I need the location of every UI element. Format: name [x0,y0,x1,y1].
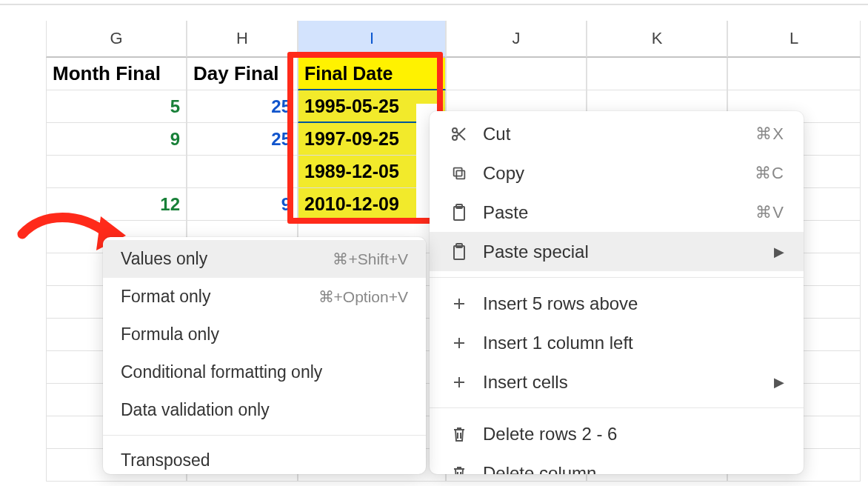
submenu-label: Values only [121,249,333,269]
header-cell-month-final[interactable]: Month Final [46,58,187,90]
cell-day[interactable]: 25 [187,90,298,123]
trash-icon [449,465,470,475]
column-header-i[interactable]: I [298,21,446,58]
menu-label: Cut [483,124,742,144]
plus-icon [449,375,470,390]
menu-item-paste[interactable]: Paste ⌘V [430,193,804,232]
column-header-g[interactable]: G [46,21,187,58]
clipboard-icon [449,204,470,222]
menu-divider [430,407,804,408]
submenu-label: Conditional formatting only [121,362,408,382]
cell-day[interactable]: 25 [187,123,298,156]
svg-rect-3 [454,167,462,176]
cell-empty[interactable] [446,58,587,90]
menu-item-delete-rows[interactable]: Delete rows 2 - 6 [430,414,804,453]
cell-month[interactable] [46,156,187,188]
menu-item-copy[interactable]: Copy ⌘C [430,153,804,193]
paste-special-submenu: Values only ⌘+Shift+V Format only ⌘+Opti… [103,237,426,474]
menu-shortcut: ⌘X [755,124,784,144]
menu-label: Paste [483,202,742,223]
menu-label: Delete rows 2 - 6 [483,424,784,445]
cell-month[interactable]: 12 [46,188,187,221]
cell-day[interactable] [187,156,298,188]
menu-divider [103,435,426,436]
column-header-l[interactable]: L [727,21,861,58]
chevron-right-icon: ▶ [774,374,784,390]
menu-label: Delete column [483,463,784,475]
svg-point-1 [453,136,457,140]
cell-month[interactable]: 5 [46,90,187,123]
cell-empty[interactable] [727,58,861,90]
header-row: Month Final Day Final Final Date [46,58,861,90]
menu-item-delete-column[interactable]: Delete column [430,453,804,474]
svg-point-0 [453,128,457,133]
submenu-label: Transposed [121,450,408,470]
submenu-item-format-only[interactable]: Format only ⌘+Option+V [103,278,426,316]
menu-item-insert-cells[interactable]: Insert cells ▶ [430,362,804,402]
column-header-k[interactable]: K [587,21,727,58]
submenu-item-data-validation-only[interactable]: Data validation only [103,391,426,429]
copy-icon [449,165,470,182]
menu-divider [430,277,804,278]
spreadsheet-canvas: G H I J K L Month Final Day Final Final … [0,0,868,486]
cell-day[interactable]: 9 [187,188,298,221]
menu-item-cut[interactable]: Cut ⌘X [430,114,804,153]
submenu-item-conditional-formatting-only[interactable]: Conditional formatting only [103,353,426,391]
header-cell-day-final[interactable]: Day Final [187,58,298,90]
scissors-icon [449,125,470,143]
svg-rect-2 [456,170,464,179]
menu-label: Insert 5 rows above [483,293,784,314]
plus-icon [449,336,470,350]
column-header-h[interactable]: H [187,21,298,58]
submenu-label: Data validation only [121,400,408,420]
column-headers-row: G H I J K L [46,21,861,58]
submenu-item-formula-only[interactable]: Formula only [103,316,426,353]
clipboard-icon [449,243,470,261]
menu-shortcut: ⌘C [755,164,784,183]
column-header-j[interactable]: J [446,21,587,58]
menu-label: Insert 1 column left [483,333,784,353]
menu-shortcut: ⌘V [755,203,784,222]
submenu-label: Format only [121,287,318,307]
context-menu: Cut ⌘X Copy ⌘C Paste ⌘V Paste special ▶ [430,111,804,474]
menu-item-paste-special[interactable]: Paste special ▶ [430,232,804,271]
menu-label: Paste special [483,242,761,262]
menu-item-insert-rows[interactable]: Insert 5 rows above [430,284,804,323]
cell-empty[interactable] [587,58,727,90]
menu-label: Insert cells [483,372,761,393]
top-separator [0,4,868,5]
submenu-shortcut: ⌘+Shift+V [333,250,408,268]
submenu-item-transposed[interactable]: Transposed [103,442,426,474]
trash-icon [449,426,470,442]
chevron-right-icon: ▶ [774,244,784,260]
cell-month[interactable]: 9 [46,123,187,156]
submenu-item-values-only[interactable]: Values only ⌘+Shift+V [103,240,426,278]
menu-label: Copy [483,163,741,184]
plus-icon [449,296,470,311]
header-cell-final-date[interactable]: Final Date [298,58,446,90]
submenu-shortcut: ⌘+Option+V [318,288,408,306]
menu-item-insert-column[interactable]: Insert 1 column left [430,323,804,362]
submenu-label: Formula only [121,324,408,344]
